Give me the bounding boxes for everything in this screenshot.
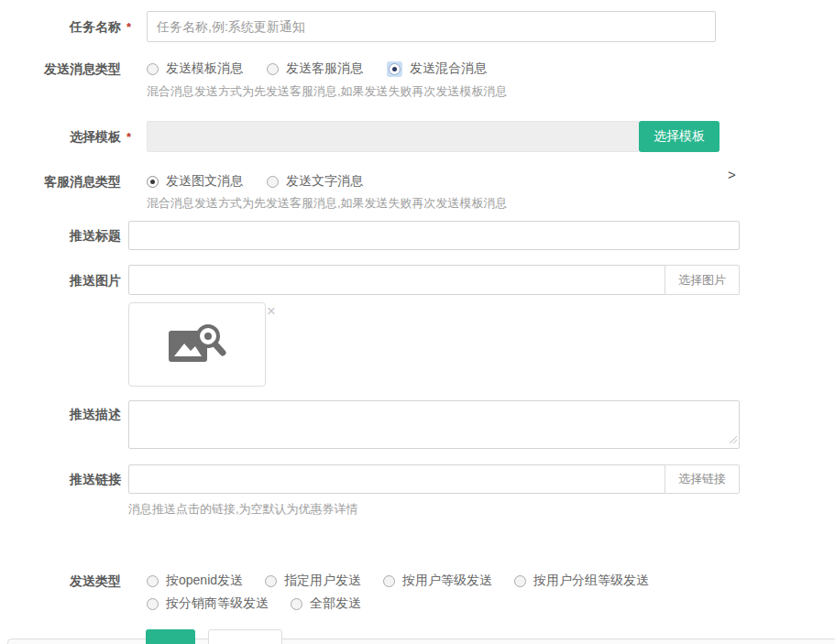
radio-unchecked-icon [265, 575, 277, 587]
send-type-label: 发送类型 [0, 573, 121, 590]
msg-type-help-text: 混合消息发送方式为先发送客服消息,如果发送失败再次发送模板消息 [147, 83, 508, 100]
push-link-label: 推送链接 [0, 472, 121, 488]
remove-image-icon[interactable]: × [267, 303, 276, 319]
template-label: 选择模板 [0, 129, 121, 146]
radio-unchecked-icon [147, 598, 159, 610]
radio-by-user-group-level[interactable]: 按用户分组等级发送 [514, 573, 649, 589]
radio-send-all[interactable]: 全部发送 [291, 595, 361, 612]
radio-send-mixed-msg[interactable]: 发送混合消息 [387, 60, 487, 77]
radio-unchecked-icon [147, 575, 159, 587]
push-desc-textarea[interactable] [128, 400, 740, 449]
broken-image-icon [168, 322, 226, 366]
radio-unchecked-icon [147, 63, 159, 75]
service-msg-type-help-text: 混合消息发送方式为先发送客服消息,如果发送失败再次发送模板消息 [147, 195, 508, 212]
choose-image-button[interactable]: 选择图片 [665, 265, 740, 295]
radio-by-distributor-level[interactable]: 按分销商等级发送 [147, 595, 269, 612]
push-image-input[interactable] [128, 265, 665, 295]
radio-unchecked-icon [267, 63, 279, 75]
bottom-primary-button[interactable] [146, 629, 195, 644]
required-asterisk: * [126, 20, 131, 34]
template-value-input [147, 121, 640, 152]
radio-by-specified-user[interactable]: 指定用户发送 [265, 573, 361, 589]
msg-type-label: 发送消息类型 [0, 61, 121, 78]
image-preview-box [128, 302, 266, 387]
push-link-help-text: 消息推送点击的链接,为空默认为优惠券详情 [128, 501, 358, 518]
push-desc-label: 推送描述 [0, 407, 121, 423]
radio-unchecked-icon [514, 575, 526, 587]
chevron-right-icon: > [728, 167, 736, 182]
radio-checked-focused-icon [387, 61, 402, 77]
msg-type-radio-group: 发送模板消息 发送客服消息 发送混合消息 [147, 60, 487, 77]
message-task-form: 任务名称 * 发送消息类型 发送模板消息 发送客服消息 发送混合消息 混合消息发… [0, 0, 835, 644]
radio-by-user-level[interactable]: 按用户等级发送 [383, 573, 492, 589]
radio-send-template-msg[interactable]: 发送模板消息 [147, 60, 243, 77]
send-type-radio-group-line2: 按分销商等级发送 全部发送 [147, 595, 361, 612]
radio-send-imagetext-msg[interactable]: 发送图文消息 [147, 173, 243, 190]
radio-unchecked-icon [267, 176, 279, 188]
radio-unchecked-icon [291, 598, 302, 610]
resize-handle[interactable] [729, 432, 738, 447]
radio-unchecked-icon [383, 575, 395, 587]
bottom-secondary-button[interactable] [208, 629, 282, 644]
push-title-label: 推送标题 [0, 228, 121, 245]
radio-send-text-msg[interactable]: 发送文字消息 [267, 173, 363, 190]
required-asterisk: * [126, 130, 131, 144]
choose-link-button[interactable]: 选择链接 [665, 464, 740, 494]
send-type-radio-group-line1: 按openid发送 指定用户发送 按用户等级发送 按用户分组等级发送 [147, 573, 649, 589]
radio-checked-icon [147, 176, 159, 188]
radio-by-openid[interactable]: 按openid发送 [147, 573, 243, 589]
push-link-input[interactable] [128, 464, 665, 494]
service-msg-type-label: 客服消息类型 [0, 174, 121, 191]
radio-send-service-msg[interactable]: 发送客服消息 [267, 60, 363, 77]
push-title-input[interactable] [128, 221, 740, 250]
panel-bottom-border [7, 639, 835, 644]
task-name-label: 任务名称 [0, 19, 121, 36]
push-image-label: 推送图片 [0, 273, 121, 289]
service-msg-type-radio-group: 发送图文消息 发送文字消息 [147, 173, 363, 190]
task-name-input[interactable] [147, 11, 716, 42]
choose-template-button[interactable]: 选择模板 [639, 121, 720, 152]
